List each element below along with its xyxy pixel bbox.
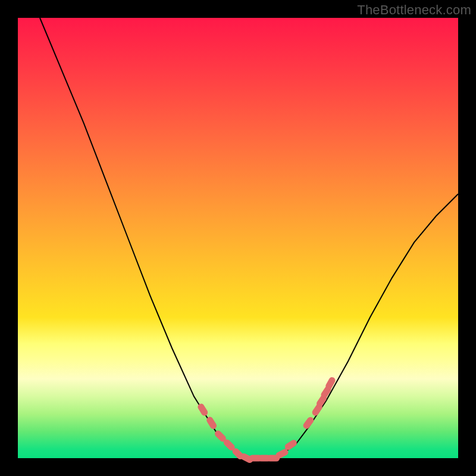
attribution-text: TheBottleneck.com	[357, 2, 471, 18]
plot-area	[18, 18, 458, 458]
bottleneck-curve	[40, 18, 458, 458]
marker-group	[196, 376, 336, 464]
marker-pill	[302, 416, 315, 430]
chart-frame: TheBottleneck.com	[0, 0, 476, 476]
chart-svg	[18, 18, 458, 458]
